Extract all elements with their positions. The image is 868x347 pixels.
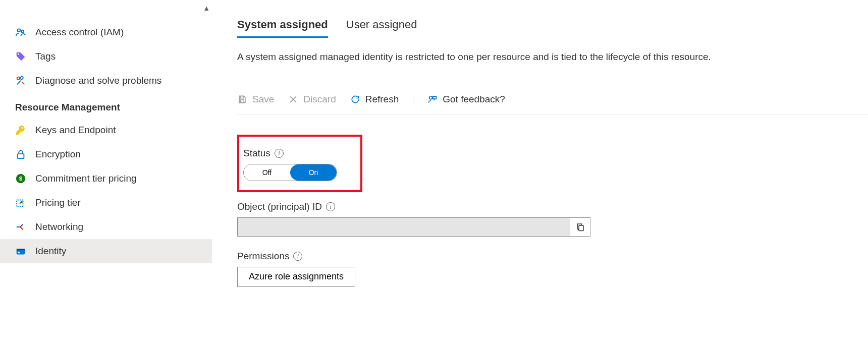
save-label: Save	[252, 94, 274, 105]
sidebar-group-header: Resource Management	[0, 93, 212, 118]
tools-icon	[15, 75, 26, 86]
status-toggle-on[interactable]: On	[290, 164, 337, 181]
tag-icon	[15, 51, 26, 62]
object-id-input[interactable]	[237, 217, 570, 237]
discard-label: Discard	[303, 94, 336, 105]
sidebar-item-label: Pricing tier	[35, 197, 81, 208]
svg-point-14	[18, 252, 20, 254]
x-icon	[288, 94, 298, 104]
tab-strip: System assigned User assigned	[237, 18, 868, 38]
key-icon	[15, 125, 26, 136]
info-icon[interactable]: i	[326, 202, 335, 211]
svg-point-11	[22, 228, 23, 229]
status-label: Status	[243, 148, 270, 159]
svg-text:$: $	[19, 176, 22, 182]
sidebar-item-label: Diagnose and solve problems	[35, 75, 161, 86]
sidebar-item-label: Encryption	[35, 149, 81, 160]
sidebar-item-keys-endpoint[interactable]: Keys and Endpoint	[0, 118, 212, 142]
tab-system-assigned[interactable]: System assigned	[237, 18, 328, 38]
status-toggle-off[interactable]: Off	[244, 164, 290, 181]
svg-point-9	[17, 226, 18, 227]
sidebar-item-label: Keys and Endpoint	[35, 125, 116, 136]
object-id-label: Object (principal) ID	[237, 201, 322, 212]
sidebar-item-diagnose[interactable]: Diagnose and solve problems	[0, 69, 212, 93]
svg-rect-17	[579, 225, 583, 231]
svg-rect-5	[18, 154, 24, 158]
permissions-label-row: Permissions i	[237, 251, 868, 262]
sidebar-item-label: Networking	[35, 221, 83, 233]
save-icon	[237, 94, 247, 104]
sidebar-item-commitment-tier[interactable]: $ Commitment tier pricing	[0, 166, 212, 191]
command-bar: Save Discard Refresh Got feedback?	[237, 93, 868, 114]
refresh-icon	[350, 94, 360, 104]
permissions-label: Permissions	[237, 251, 289, 262]
sidebar-item-access-control[interactable]: Access control (IAM)	[0, 20, 212, 44]
people-icon	[15, 27, 26, 38]
network-icon	[15, 221, 26, 233]
main-panel: System assigned User assigned A system a…	[212, 0, 868, 347]
copy-button[interactable]	[570, 217, 590, 237]
sidebar-item-networking[interactable]: Networking	[0, 215, 212, 239]
sidebar-item-label: Identity	[35, 246, 66, 257]
svg-point-0	[17, 29, 20, 32]
svg-point-3	[17, 77, 20, 80]
sidebar-item-tags[interactable]: Tags	[0, 44, 212, 69]
scroll-up-arrow[interactable]: ▲	[203, 4, 210, 12]
object-id-label-row: Object (principal) ID i	[237, 201, 868, 212]
sidebar-item-encryption[interactable]: Encryption	[0, 142, 212, 166]
svg-point-4	[22, 127, 23, 129]
svg-rect-13	[17, 249, 25, 250]
discard-button[interactable]: Discard	[288, 94, 336, 105]
feedback-label: Got feedback?	[443, 94, 505, 105]
dollar-circle-icon: $	[15, 173, 26, 184]
save-button[interactable]: Save	[237, 94, 274, 105]
svg-point-16	[429, 96, 432, 99]
svg-point-2	[18, 53, 19, 55]
tab-description: A system assigned managed identity is re…	[237, 50, 868, 65]
info-icon[interactable]: i	[275, 149, 284, 158]
sidebar-item-pricing-tier[interactable]: Pricing tier	[0, 191, 212, 215]
tab-user-assigned[interactable]: User assigned	[346, 18, 417, 38]
pricing-icon	[15, 197, 26, 208]
permissions-field: Permissions i Azure role assignments	[237, 251, 868, 287]
svg-point-10	[22, 224, 23, 225]
copy-icon	[576, 222, 585, 232]
toolbar-separator	[413, 93, 413, 106]
sidebar-item-identity[interactable]: Identity	[0, 239, 212, 263]
sidebar: ▲ Access control (IAM) Tags Diagnose and…	[0, 0, 212, 347]
svg-rect-15	[241, 99, 244, 102]
azure-role-assignments-button[interactable]: Azure role assignments	[237, 267, 355, 287]
svg-point-1	[21, 30, 24, 33]
sidebar-item-label: Access control (IAM)	[35, 27, 124, 38]
sidebar-item-label: Tags	[35, 51, 56, 62]
refresh-button[interactable]: Refresh	[350, 94, 399, 105]
lock-icon	[15, 149, 26, 160]
status-label-row: Status i	[243, 148, 351, 159]
identity-icon	[15, 246, 26, 257]
status-toggle[interactable]: Off On	[243, 164, 337, 181]
feedback-icon	[427, 94, 438, 104]
sidebar-item-label: Commitment tier pricing	[35, 173, 137, 184]
info-icon[interactable]: i	[293, 252, 302, 261]
object-id-field: Object (principal) ID i	[237, 201, 868, 237]
feedback-button[interactable]: Got feedback?	[427, 94, 505, 105]
status-highlight-box: Status i Off On	[237, 135, 362, 192]
refresh-label: Refresh	[365, 94, 399, 105]
